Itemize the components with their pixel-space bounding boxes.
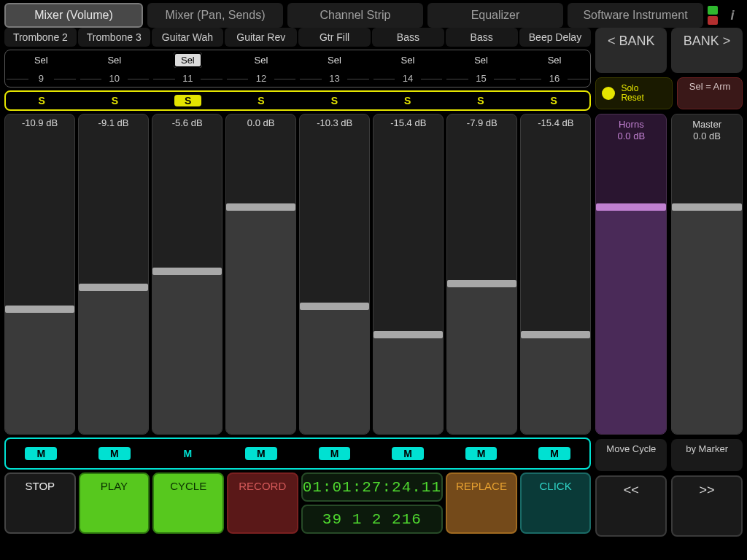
solo-button[interactable]: S <box>225 95 297 106</box>
record-button[interactable]: RECORD <box>227 472 298 534</box>
mute-button[interactable]: M <box>299 443 370 464</box>
click-button[interactable]: CLICK <box>520 472 592 534</box>
channel-name[interactable]: Gtr Fill <box>298 28 371 47</box>
select-button[interactable]: Sel <box>445 55 517 66</box>
channel-number: 10 <box>79 73 151 84</box>
channel-number: 11 <box>152 73 224 84</box>
channel-name[interactable]: Trombone 2 <box>4 28 77 47</box>
bars-beats-display[interactable]: 39 1 2 216 <box>301 505 443 534</box>
rewind-button[interactable]: << <box>595 475 667 537</box>
mute-button[interactable]: M <box>519 443 590 464</box>
bus-fader-master[interactable]: Master 0.0 dB <box>671 114 743 435</box>
mute-button[interactable]: M <box>373 443 444 464</box>
move-cycle-button[interactable]: Move Cycle <box>595 439 667 471</box>
mute-button[interactable]: M <box>226 443 297 464</box>
tab-mixer-pan[interactable]: Mixer (Pan, Sends) <box>147 3 283 28</box>
solo-button[interactable]: S <box>371 95 443 106</box>
level-meters <box>708 3 718 28</box>
fader-row: -10.9 dB -9.1 dB -5.6 dB 0.0 dB -10.3 dB… <box>4 114 591 435</box>
volume-fader[interactable]: -15.4 dB <box>373 114 444 435</box>
play-button[interactable]: PLAY <box>79 472 150 534</box>
tab-channel-strip[interactable]: Channel Strip <box>287 3 423 28</box>
solo-button[interactable]: S <box>445 95 516 106</box>
select-button[interactable]: Sel <box>79 55 151 66</box>
channel-name[interactable]: Trombone 3 <box>78 28 150 47</box>
volume-fader[interactable]: -5.6 dB <box>152 114 222 435</box>
replace-button[interactable]: REPLACE <box>446 472 517 534</box>
channel-name-row: Trombone 2 Trombone 3 Guitar Wah Guitar … <box>4 28 591 47</box>
tab-equalizer[interactable]: Equalizer <box>427 3 563 28</box>
solo-button[interactable]: S <box>298 95 370 106</box>
solo-button[interactable]: S <box>6 95 77 106</box>
solo-button[interactable]: S <box>518 95 589 106</box>
channel-number: 9 <box>5 73 77 84</box>
time-display: 01:01:27:24.11 39 1 2 216 <box>301 472 443 534</box>
channel-name[interactable]: Bass <box>446 28 518 47</box>
select-button[interactable]: Sel <box>519 55 591 66</box>
solo-reset-button[interactable]: Solo Reset <box>595 77 673 109</box>
volume-fader[interactable]: 0.0 dB <box>225 114 296 435</box>
channel-number: 13 <box>298 73 371 84</box>
solo-indicator-icon <box>602 87 615 100</box>
volume-fader[interactable]: -10.9 dB <box>4 114 75 435</box>
timecode-display[interactable]: 01:01:27:24.11 <box>301 472 443 502</box>
by-marker-button[interactable]: by Marker <box>671 439 743 471</box>
channel-name[interactable]: Guitar Rev <box>225 28 297 47</box>
solo-button[interactable]: S <box>79 95 150 106</box>
mute-button[interactable]: M <box>6 443 77 464</box>
volume-fader[interactable]: -9.1 dB <box>78 114 149 435</box>
mute-button[interactable]: M <box>446 443 516 464</box>
cycle-button[interactable]: CYCLE <box>152 472 224 534</box>
bus-fader-horns[interactable]: Horns 0.0 dB <box>595 114 667 435</box>
select-button[interactable]: Sel <box>5 55 77 66</box>
channel-name[interactable]: Bass <box>372 28 444 47</box>
channel-name[interactable]: Guitar Wah <box>152 28 224 47</box>
volume-fader[interactable]: -15.4 dB <box>520 114 591 435</box>
select-button[interactable]: Sel <box>152 55 224 66</box>
tab-software-instrument[interactable]: Software Instrument <box>568 3 703 28</box>
select-number-block: Sel Sel Sel Sel Sel Sel Sel Sel 9 10 11 … <box>4 50 591 88</box>
bank-prev-button[interactable]: < BANK <box>595 28 667 73</box>
volume-fader[interactable]: -7.9 dB <box>446 114 517 435</box>
select-button[interactable]: Sel <box>298 55 371 66</box>
select-button[interactable]: Sel <box>225 55 298 66</box>
solo-button[interactable]: S <box>152 95 224 106</box>
info-icon[interactable]: i <box>722 3 743 28</box>
mode-bar: Mixer (Volume) Mixer (Pan, Sends) Channe… <box>0 0 747 28</box>
channel-number: 12 <box>225 73 298 84</box>
transport-bar: STOP PLAY CYCLE RECORD 01:01:27:24.11 39… <box>4 472 591 534</box>
channel-number: 14 <box>372 73 444 84</box>
stop-button[interactable]: STOP <box>4 472 76 534</box>
channel-number: 16 <box>519 73 591 84</box>
mute-button[interactable]: M <box>152 443 223 464</box>
channel-number: 15 <box>445 73 517 84</box>
bank-next-button[interactable]: BANK > <box>671 28 743 73</box>
tab-mixer-volume[interactable]: Mixer (Volume) <box>4 3 143 28</box>
sel-arm-button[interactable]: Sel = Arm <box>677 77 743 109</box>
volume-fader[interactable]: -10.3 dB <box>299 114 370 435</box>
select-button[interactable]: Sel <box>372 55 444 66</box>
channel-name[interactable]: Beep Delay <box>519 28 592 47</box>
mute-button[interactable]: M <box>80 443 150 464</box>
fastforward-button[interactable]: >> <box>671 475 743 537</box>
mute-row: M M M M M M M M <box>4 438 591 470</box>
solo-row: S S S S S S S S <box>4 90 591 111</box>
